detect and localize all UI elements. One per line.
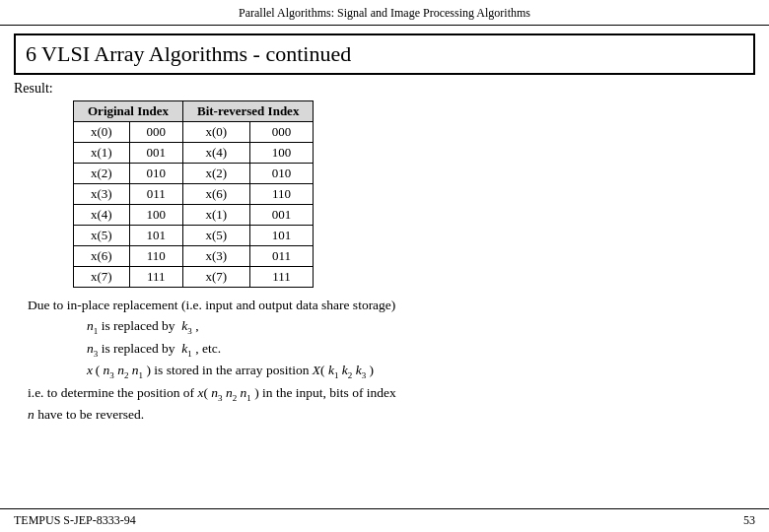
orig-x: x(2) [74,164,130,184]
slide-title: 6 VLSI Array Algorithms - continued [26,41,351,66]
orig-bin: 000 [129,122,182,143]
table-row: x(2) 010 x(2) 010 [74,164,314,184]
orig-bin: 011 [129,184,182,205]
footer-left: TEMPUS S-JEP-8333-94 [14,513,136,528]
orig-bin: 111 [129,267,182,288]
bit-x: x(1) [183,205,250,226]
orig-bin: 010 [129,164,182,184]
content-area: Result: Original Index Bit-reversed Inde… [14,81,755,426]
table-row: x(6) 110 x(3) 011 [74,246,314,267]
description-block: Due to in-place replacement (i.e. input … [28,296,755,426]
orig-x: x(5) [74,226,130,246]
bit-bin: 000 [249,122,314,143]
orig-x: x(3) [74,184,130,205]
title-box: 6 VLSI Array Algorithms - continued [14,33,755,75]
table-row: x(5) 101 x(5) 101 [74,226,314,246]
table-row: x(1) 001 x(4) 100 [74,143,314,164]
slide-footer: TEMPUS S-JEP-8333-94 53 [0,508,769,532]
bit-bin: 101 [249,226,314,246]
bit-reversed-index-header: Bit-reversed Index [183,101,314,122]
orig-x: x(0) [74,122,130,143]
desc-line4: x ( n3 n2 n1 ) is stored in the array po… [87,361,755,383]
desc-line3: n3 is replaced by k1 , etc. [87,339,755,362]
bit-bin: 010 [249,164,314,184]
orig-x: x(1) [74,143,130,164]
slide-header: Parallel Algorithms: Signal and Image Pr… [0,0,769,26]
header-title: Parallel Algorithms: Signal and Image Pr… [239,6,530,20]
bit-x: x(6) [183,184,250,205]
bit-bin: 110 [249,184,314,205]
desc-line5: i.e. to determine the position of x( n3 … [28,383,755,406]
orig-x: x(4) [74,205,130,226]
table-row: x(0) 000 x(0) 000 [74,122,314,143]
orig-x: x(7) [74,267,130,288]
table-row: x(3) 011 x(6) 110 [74,184,314,205]
table-row: x(4) 100 x(1) 001 [74,205,314,226]
bit-x: x(2) [183,164,250,184]
index-table-container: Original Index Bit-reversed Index x(0) 0… [73,100,755,288]
orig-bin: 110 [129,246,182,267]
orig-bin: 101 [129,226,182,246]
bit-x: x(4) [183,143,250,164]
orig-bin: 100 [129,205,182,226]
orig-bin: 001 [129,143,182,164]
original-index-header: Original Index [74,101,183,122]
desc-line6: n have to be reversed. [28,405,755,426]
desc-line2: n1 is replaced by k3 , [87,316,755,339]
result-label: Result: [14,81,755,97]
index-table: Original Index Bit-reversed Index x(0) 0… [73,100,314,288]
bit-x: x(3) [183,246,250,267]
orig-x: x(6) [74,246,130,267]
bit-bin: 100 [249,143,314,164]
bit-bin: 001 [249,205,314,226]
desc-line1: Due to in-place replacement (i.e. input … [28,296,755,316]
bit-x: x(0) [183,122,250,143]
table-row: x(7) 111 x(7) 111 [74,267,314,288]
bit-x: x(7) [183,267,250,288]
footer-right: 53 [743,513,755,528]
bit-x: x(5) [183,226,250,246]
bit-bin: 011 [249,246,314,267]
bit-bin: 111 [249,267,314,288]
